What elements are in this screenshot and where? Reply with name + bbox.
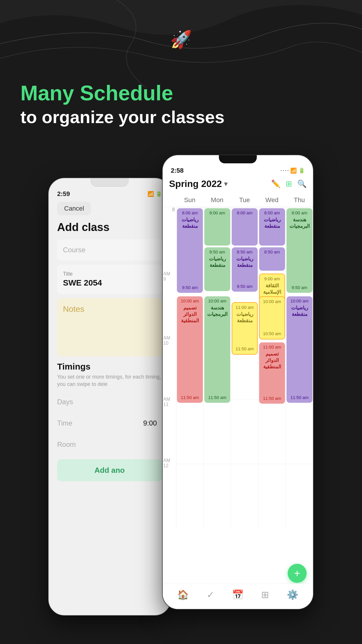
add-class-title: Add class xyxy=(57,217,162,239)
status-bar-left: 2:59 📶🔋 xyxy=(49,187,170,199)
phone-add-class: 2:59 📶🔋 Cancel Add class Course Title SW… xyxy=(48,178,171,615)
hero-headline: Many Schedule xyxy=(20,82,224,105)
header-icons: ✏️ ⊞ 🔍 xyxy=(271,179,307,188)
title-field[interactable]: Title SWE 2054 xyxy=(57,265,162,294)
right-phone-content: Spring 2022 ▾ ✏️ ⊞ 🔍 Sun Mon Tue Wed Thu xyxy=(163,176,313,528)
status-icons-left: 📶🔋 xyxy=(147,191,162,197)
monday-column: 8:00 am 8:50 am رياضيات منقطعة 10:00 am … xyxy=(203,207,231,528)
time-8: 8 xyxy=(172,207,175,212)
class-block[interactable]: 8:00 am رياضيات منقطعة 9:50 am xyxy=(177,208,203,293)
left-phone-content: Cancel Add class Course Title SWE 2054 N… xyxy=(49,199,170,481)
time-label: Time xyxy=(57,419,138,427)
day-headers: Sun Mon Tue Wed Thu xyxy=(163,193,313,207)
hero-subheadline: to organize your classes xyxy=(20,107,224,127)
notch-left xyxy=(91,178,129,187)
time-labels: 8 AM9 AM10 AM11 AM12 xyxy=(163,207,176,528)
notes-placeholder: Notes xyxy=(63,304,84,314)
am-label-9: AM9 xyxy=(163,271,170,282)
day-tue: Tue xyxy=(231,193,258,207)
title-value: SWE 2054 xyxy=(63,278,156,288)
days-label: Days xyxy=(57,398,162,406)
timings-sub: You set one or more timings, for each ti… xyxy=(57,373,162,388)
class-block[interactable]: 8:00 am هندسة البرمجيات 9:50 am xyxy=(287,208,312,293)
class-block[interactable]: 8:00 am رياضيات منقطعة xyxy=(259,208,285,246)
class-block[interactable]: 11:00 am رياضيات منقطعة 11:50 am xyxy=(232,302,258,355)
wednesday-column: 8:00 am رياضيات منقطعة 8:50 am 9:00 am ا… xyxy=(258,207,286,528)
notes-field[interactable]: Notes xyxy=(57,298,162,356)
time-value: 9:00 xyxy=(138,417,162,430)
tuesday-column: 8:00 am 8:50 am رياضيات منقطعة 9:50 am 1… xyxy=(231,207,258,528)
days-row: Days xyxy=(57,393,162,412)
am-label-10: AM10 xyxy=(163,335,170,346)
am-label-12: AM12 xyxy=(163,458,170,468)
thursday-column: 8:00 am هندسة البرمجيات 9:50 am 10:00 am… xyxy=(286,207,313,528)
add-another-button[interactable]: Add ano xyxy=(57,459,162,481)
course-field[interactable]: Course xyxy=(57,239,162,260)
hero-section: Many Schedule to organize your classes xyxy=(20,82,224,127)
cancel-button[interactable]: Cancel xyxy=(57,202,91,215)
day-columns: 8:00 am رياضيات منقطعة 9:50 am 10:00 am … xyxy=(176,207,313,528)
class-block[interactable]: 10:00 am 10:50 am xyxy=(259,296,285,340)
am-label-11: AM11 xyxy=(163,397,170,407)
status-bar-right: 2:58 · · · · 📶 🔋 xyxy=(163,163,313,176)
sunday-column: 8:00 am رياضيات منقطعة 9:50 am 10:00 am … xyxy=(176,207,203,528)
class-block[interactable]: 8:50 am xyxy=(259,247,285,271)
edit-icon[interactable]: ✏️ xyxy=(271,179,280,188)
class-block[interactable]: 8:50 am رياضيات منقطعة 9:50 am xyxy=(232,247,258,292)
room-row: Room xyxy=(57,435,162,454)
nav-grid-icon[interactable]: ⊞ xyxy=(261,589,269,600)
class-block[interactable]: 10:00 am هندسة البرمجيات 11:50 am xyxy=(204,296,230,403)
rocket-icon: 🚀 xyxy=(170,29,192,50)
nav-calendar-icon[interactable]: 📅 xyxy=(232,589,244,600)
schedule-grid: 8 AM9 AM10 AM11 AM12 8:00 a xyxy=(163,207,313,528)
class-block[interactable]: 10:00 am تصميم الدوائر المنطقية 11:50 am xyxy=(177,296,203,403)
class-block[interactable]: 8:00 am xyxy=(204,208,230,246)
schedule-title: Spring 2022 ▾ xyxy=(169,178,227,189)
day-thu: Thu xyxy=(286,193,313,207)
notch-right xyxy=(219,155,257,163)
class-block[interactable]: 8:50 am رياضيات منقطعة xyxy=(204,247,230,291)
timings-title: Timings xyxy=(57,362,162,372)
nav-check-icon[interactable]: ✓ xyxy=(207,589,215,600)
phones-container: 2:59 📶🔋 Cancel Add class Course Title SW… xyxy=(0,155,362,615)
class-block[interactable]: 10:00 am رياضيات منقطعة 11:50 am xyxy=(287,296,312,403)
schedule-header: Spring 2022 ▾ ✏️ ⊞ 🔍 xyxy=(163,176,313,193)
bottom-nav: 🏠 ✓ 📅 ⊞ ⚙️ xyxy=(163,584,313,609)
time-row: Time 9:00 xyxy=(57,412,162,435)
timings-section: Timings You set one or more timings, for… xyxy=(57,362,162,454)
nav-gear-icon[interactable]: ⚙️ xyxy=(287,589,298,600)
room-label: Room xyxy=(57,440,162,449)
phone-schedule: 2:58 · · · · 📶 🔋 Spring 2022 ▾ ✏️ ⊞ 🔍 xyxy=(162,155,314,610)
dropdown-icon[interactable]: ▾ xyxy=(224,180,227,188)
status-time-left: 2:59 xyxy=(57,190,70,198)
class-block[interactable]: 8:00 am xyxy=(232,208,258,246)
day-mon: Mon xyxy=(203,193,231,207)
day-wed: Wed xyxy=(258,193,286,207)
title-label: Title xyxy=(63,271,156,277)
status-icons-right: · · · · 📶 🔋 xyxy=(281,167,305,174)
grid-icon[interactable]: ⊞ xyxy=(286,179,292,188)
status-time-right: 2:58 xyxy=(171,167,184,174)
search-icon[interactable]: 🔍 xyxy=(297,179,307,188)
cancel-row: Cancel xyxy=(57,199,162,217)
nav-home-icon[interactable]: 🏠 xyxy=(177,589,189,600)
day-sun: Sun xyxy=(176,193,203,207)
class-block[interactable]: 11:00 am تصميم الدوائر المنطقية 11:50 am xyxy=(259,342,285,404)
fab-button[interactable]: + xyxy=(288,564,307,583)
